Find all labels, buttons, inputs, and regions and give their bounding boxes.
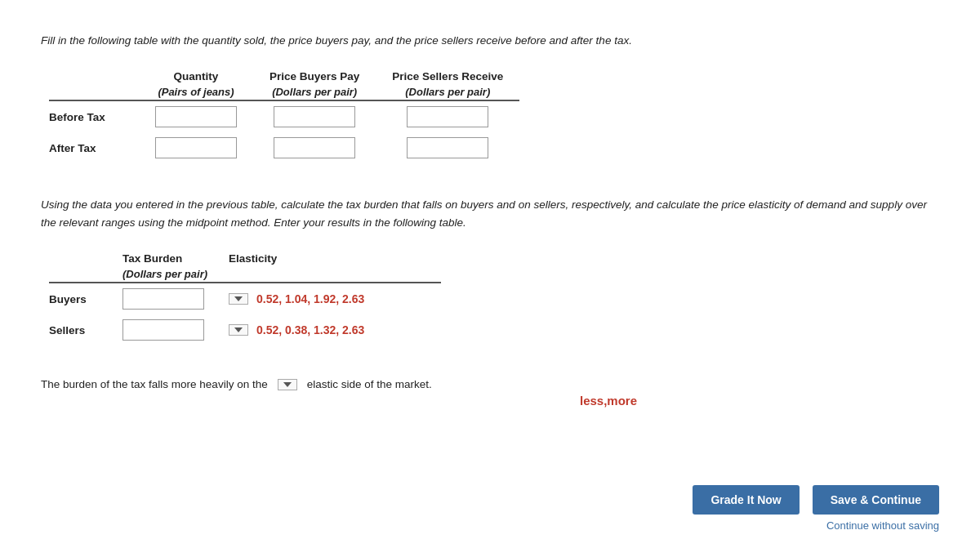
- buyers-dropdown-arrow-icon: [234, 296, 243, 301]
- instruction-1: Fill in the following table with the qua…: [41, 33, 939, 49]
- burden-sentence-after: elastic side of the market.: [307, 378, 432, 390]
- burden-sentence: The burden of the tax falls more heavily…: [41, 378, 939, 390]
- buyers-elasticity-options: 0.52, 1.04, 1.92, 2.63: [256, 292, 364, 305]
- table-2: Tax Burden Elasticity (Dollars per pair)…: [49, 251, 441, 345]
- row-label-before-tax: Before Tax: [49, 100, 139, 132]
- row-label-sellers: Sellers: [49, 314, 122, 345]
- burden-sentence-before: The burden of the tax falls more heavily…: [41, 378, 268, 390]
- row-label-buyers: Buyers: [49, 283, 122, 314]
- sellers-elasticity-options: 0.52, 0.38, 1.32, 2.63: [256, 323, 364, 336]
- buyers-elasticity-dropdown[interactable]: [229, 293, 248, 305]
- col-header-price-buyers: Price Buyers Pay: [253, 69, 376, 84]
- button-row: Grade It Now Save & Continue: [693, 485, 939, 515]
- after-tax-price-buyers-input[interactable]: [274, 137, 355, 158]
- sellers-elasticity-cell: 0.52, 0.38, 1.32, 2.63: [229, 323, 441, 336]
- burden-sentence-row: The burden of the tax falls more heavily…: [41, 378, 939, 408]
- table-2-section: Tax Burden Elasticity (Dollars per pair)…: [41, 251, 939, 345]
- burden-dropdown-arrow-icon: [283, 382, 292, 387]
- table-1: Quantity Price Buyers Pay Price Sellers …: [49, 69, 519, 163]
- col-subheader-tax-burden: (Dollars per pair): [122, 266, 229, 283]
- col-header-elasticity: Elasticity: [229, 251, 441, 266]
- before-tax-price-sellers-input[interactable]: [407, 106, 488, 127]
- col-header-price-sellers: Price Sellers Receive: [376, 69, 519, 84]
- before-tax-quantity-input[interactable]: [155, 106, 237, 127]
- col-header-quantity: Quantity: [139, 69, 253, 84]
- after-tax-quantity-input[interactable]: [155, 137, 237, 158]
- before-tax-price-buyers-input[interactable]: [274, 106, 355, 127]
- instruction-2: Using the data you entered in the previo…: [41, 196, 939, 231]
- sellers-burden-input[interactable]: [122, 319, 204, 341]
- col-subheader-price-buyers: (Dollars per pair): [253, 84, 376, 100]
- sellers-elasticity-dropdown[interactable]: [229, 324, 248, 336]
- burden-answer-options: less,more: [278, 394, 939, 408]
- continue-without-saving-button[interactable]: Continue without saving: [826, 519, 939, 532]
- save-continue-button[interactable]: Save & Continue: [813, 485, 939, 515]
- bottom-bar: Grade It Now Save & Continue Continue wi…: [693, 485, 939, 532]
- table-1-section: Quantity Price Buyers Pay Price Sellers …: [41, 69, 939, 163]
- buyers-elasticity-cell: 0.52, 1.04, 1.92, 2.63: [229, 292, 441, 305]
- row-label-after-tax: After Tax: [49, 132, 139, 163]
- col-header-tax-burden: Tax Burden: [122, 251, 229, 266]
- sellers-dropdown-arrow-icon: [234, 327, 243, 332]
- col-subheader-price-sellers: (Dollars per pair): [376, 84, 519, 100]
- col-subheader-quantity: (Pairs of jeans): [139, 84, 253, 100]
- grade-it-now-button[interactable]: Grade It Now: [693, 485, 799, 515]
- after-tax-price-sellers-input[interactable]: [407, 137, 488, 158]
- buyers-burden-input[interactable]: [122, 288, 204, 310]
- burden-side-dropdown[interactable]: [278, 379, 297, 390]
